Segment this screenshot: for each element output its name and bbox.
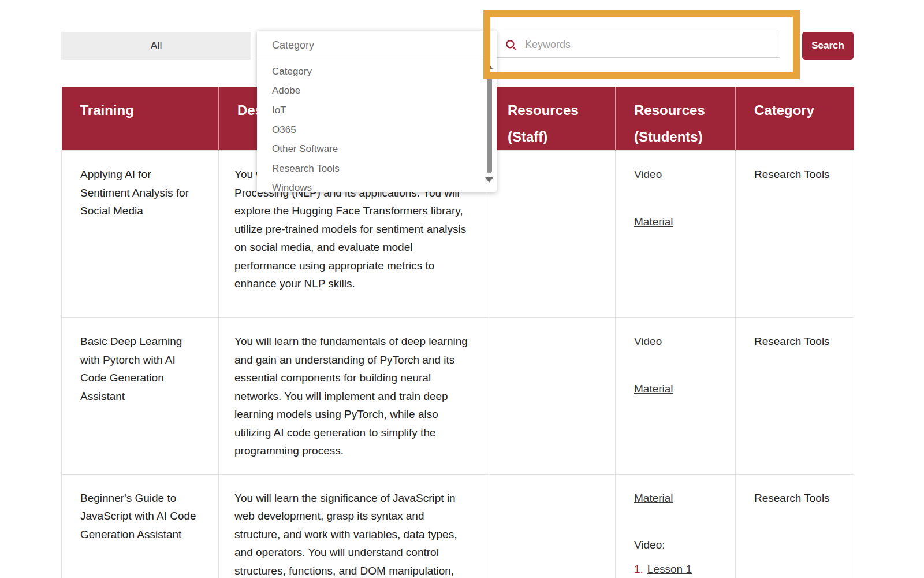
- filter-all-button[interactable]: All: [61, 32, 251, 60]
- table-row: Beginner's Guide to JavaScript with AI C…: [62, 474, 854, 578]
- resources-students-cell: Video Material: [616, 151, 736, 318]
- training-description: You will learn the fundamentals of deep …: [219, 318, 489, 475]
- lesson-1-link[interactable]: Lesson 1: [647, 563, 692, 575]
- resources-staff-cell: [489, 151, 616, 318]
- search-icon: [505, 39, 517, 51]
- training-description: You will learn the significance of JavaS…: [219, 474, 489, 578]
- category-cell: Research Tools: [736, 474, 854, 578]
- training-resources-page: All Search Training Description Resource…: [0, 0, 924, 578]
- keywords-input[interactable]: [524, 38, 773, 51]
- column-header-resources-staff: Resources (Staff): [489, 87, 616, 151]
- training-title: Applying AI for Sentiment Analysis for S…: [62, 151, 219, 318]
- category-option-category[interactable]: Category: [257, 62, 497, 81]
- scroll-up-icon[interactable]: [485, 64, 493, 69]
- list-item: 1.Lesson 1: [634, 560, 719, 578]
- category-option-iot[interactable]: IoT: [257, 101, 497, 120]
- scroll-down-icon[interactable]: [485, 177, 493, 183]
- video-link[interactable]: Video: [634, 335, 662, 347]
- category-dropdown: Category Category Adobe IoT O365 Other S…: [257, 31, 497, 192]
- material-link[interactable]: Material: [634, 492, 673, 504]
- category-option-list: Category Adobe IoT O365 Other Software R…: [257, 60, 497, 192]
- category-cell: Research Tools: [736, 318, 854, 475]
- resources-students-cell: Material Video: 1.Lesson 1 2.Lesson 2: [616, 474, 736, 578]
- training-title: Beginner's Guide to JavaScript with AI C…: [62, 474, 219, 578]
- category-select[interactable]: Category: [257, 31, 497, 60]
- lesson-number: 1.: [634, 563, 643, 575]
- category-option-other-software[interactable]: Other Software: [257, 139, 497, 159]
- table-row: Basic Deep Learning with Pytorch with AI…: [62, 318, 854, 475]
- search-button[interactable]: Search: [802, 32, 854, 60]
- category-option-research-tools[interactable]: Research Tools: [257, 159, 497, 179]
- video-list-label: Video:: [634, 536, 719, 554]
- category-option-adobe[interactable]: Adobe: [257, 81, 497, 101]
- column-header-training: Training: [62, 87, 219, 151]
- video-link[interactable]: Video: [634, 168, 662, 180]
- category-option-o365[interactable]: O365: [257, 120, 497, 140]
- column-header-category: Category: [736, 87, 854, 151]
- material-link[interactable]: Material: [634, 383, 673, 395]
- column-header-resources-students: Resources (Students): [616, 87, 736, 151]
- keywords-search-field[interactable]: [495, 32, 780, 58]
- resources-students-cell: Video Material: [616, 318, 736, 475]
- training-title: Basic Deep Learning with Pytorch with AI…: [62, 318, 219, 475]
- category-option-windows[interactable]: Windows: [257, 179, 497, 192]
- category-cell: Research Tools: [736, 151, 854, 318]
- scrollbar-thumb[interactable]: [487, 75, 492, 173]
- material-link[interactable]: Material: [634, 216, 673, 228]
- resources-staff-cell: [489, 474, 616, 578]
- resources-staff-cell: [489, 318, 616, 475]
